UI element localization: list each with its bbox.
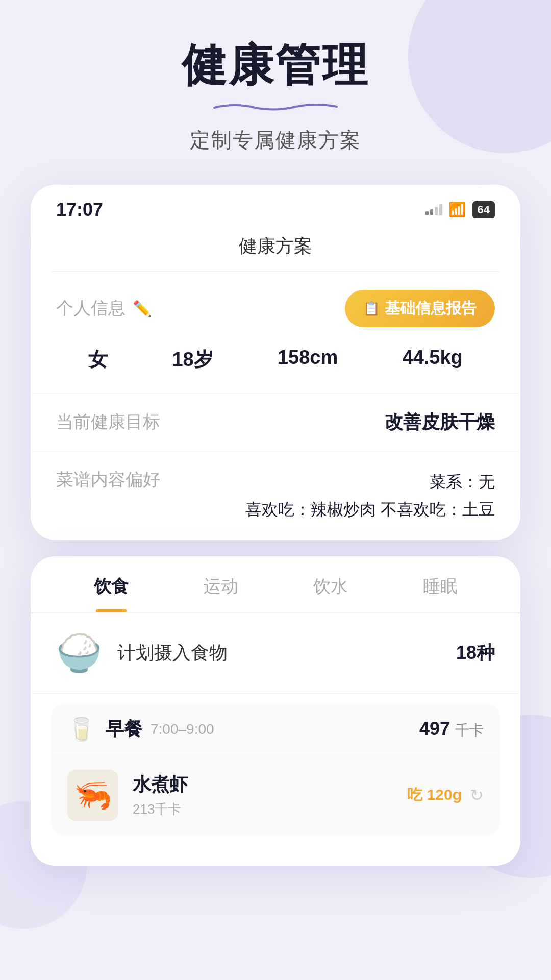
food-plan-row: 🍚 计划摄入食物 18种 bbox=[31, 613, 520, 694]
status-time: 17:07 bbox=[56, 199, 103, 220]
food-plan-count: 18种 bbox=[456, 641, 495, 666]
battery-badge: 64 bbox=[472, 201, 495, 218]
food-item-info: 水煮虾 213千卡 bbox=[133, 772, 407, 818]
health-goal-section: 当前健康目标 改善皮肤干燥 bbox=[31, 393, 520, 451]
stat-weight: 44.5kg bbox=[403, 347, 463, 373]
tab-diet[interactable]: 饮食 bbox=[56, 556, 166, 612]
phone-card: 17:07 📶 64 健康方案 个人信息 ✏️ 📋 基础信息报告 bbox=[31, 185, 520, 540]
tab-exercise[interactable]: 运动 bbox=[166, 556, 276, 612]
food-item-cal: 213千卡 bbox=[133, 800, 407, 818]
meal-calories: 497 千卡 bbox=[419, 718, 484, 740]
food-item-row: 🦐 水煮虾 213千卡 吃 120g ↻ bbox=[51, 755, 500, 835]
wifi-icon: 📶 bbox=[448, 201, 466, 218]
meal-cup-icon: 🥛 bbox=[67, 716, 95, 743]
recipe-label: 菜谱内容偏好 bbox=[56, 468, 160, 492]
stat-gender: 女 bbox=[88, 347, 108, 373]
food-plan-label: 计划摄入食物 bbox=[117, 641, 456, 666]
tab-water[interactable]: 饮水 bbox=[276, 556, 385, 612]
food-item-action: 吃 120g ↻ bbox=[407, 785, 484, 805]
goal-value: 改善皮肤干燥 bbox=[385, 410, 495, 435]
recipe-values: 菜系：无 喜欢吃：辣椒炒肉 不喜欢吃：土豆 bbox=[245, 468, 495, 524]
personal-info-label: 个人信息 ✏️ bbox=[56, 297, 152, 320]
recipe-pref-section: 菜谱内容偏好 菜系：无 喜欢吃：辣椒炒肉 不喜欢吃：土豆 bbox=[31, 451, 520, 540]
stat-height: 158cm bbox=[278, 347, 338, 373]
recipe-likes: 喜欢吃：辣椒炒肉 不喜欢吃：土豆 bbox=[245, 496, 495, 523]
signal-icon bbox=[425, 204, 442, 215]
meal-name: 早餐 bbox=[106, 717, 142, 742]
report-icon: 📋 bbox=[363, 301, 380, 316]
goal-row: 当前健康目标 改善皮肤干燥 bbox=[56, 410, 495, 435]
header-section: 健康管理 定制专属健康方案 bbox=[31, 41, 520, 154]
page-title: 健康管理 bbox=[31, 41, 520, 90]
section-header-row: 个人信息 ✏️ 📋 基础信息报告 bbox=[56, 290, 495, 327]
status-icons: 📶 64 bbox=[425, 201, 495, 218]
food-item-name: 水煮虾 bbox=[133, 772, 407, 797]
nav-title: 健康方案 bbox=[31, 229, 520, 271]
meal-header: 🥛 早餐 7:00–9:00 497 千卡 bbox=[51, 704, 500, 755]
tab-sleep[interactable]: 睡眠 bbox=[385, 556, 495, 612]
stat-age: 18岁 bbox=[172, 347, 213, 373]
edit-icon[interactable]: ✏️ bbox=[133, 300, 152, 317]
page-subtitle: 定制专属健康方案 bbox=[31, 126, 520, 154]
recipe-row: 菜谱内容偏好 菜系：无 喜欢吃：辣椒炒肉 不喜欢吃：土豆 bbox=[56, 468, 495, 524]
report-button[interactable]: 📋 基础信息报告 bbox=[345, 290, 495, 327]
meal-time: 7:00–9:00 bbox=[151, 721, 214, 738]
bottom-padding bbox=[31, 845, 520, 866]
food-item-amount: 吃 120g bbox=[407, 785, 462, 805]
recipe-cuisine: 菜系：无 bbox=[245, 468, 495, 496]
tabs-row: 饮食 运动 饮水 睡眠 bbox=[31, 556, 520, 613]
status-bar: 17:07 📶 64 bbox=[31, 185, 520, 229]
food-item-image: 🦐 bbox=[67, 770, 118, 821]
refresh-icon[interactable]: ↻ bbox=[470, 786, 484, 805]
personal-stats: 女 18岁 158cm 44.5kg bbox=[56, 341, 495, 378]
title-underline bbox=[209, 101, 342, 111]
tabs-card: 饮食 运动 饮水 睡眠 🍚 计划摄入食物 18种 🥛 早餐 7:00–9:00 bbox=[31, 556, 520, 866]
food-bowl-icon: 🍚 bbox=[56, 631, 102, 675]
breakfast-card: 🥛 早餐 7:00–9:00 497 千卡 🦐 水煮虾 213千卡 吃 120g… bbox=[51, 704, 500, 835]
personal-info-section: 个人信息 ✏️ 📋 基础信息报告 女 18岁 158cm 44.5kg bbox=[31, 272, 520, 393]
goal-label: 当前健康目标 bbox=[56, 410, 160, 434]
